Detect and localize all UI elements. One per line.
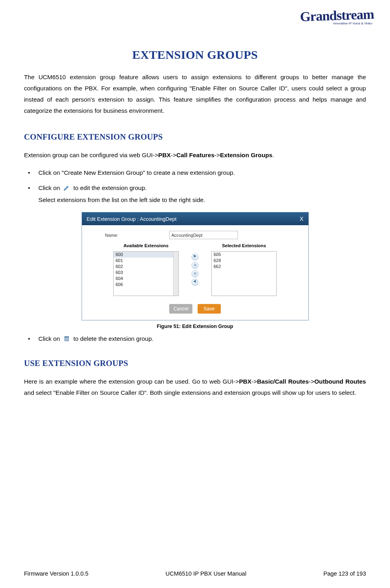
page-footer: Firmware Version 1.0.0.5 UCM6510 IP PBX … <box>24 570 366 577</box>
list-item[interactable]: 602 <box>114 264 173 270</box>
bullet-edit-suffix: to edit the extension group. <box>73 184 146 191</box>
available-extensions-listbox[interactable]: 600 601 602 603 604 606 <box>113 251 179 296</box>
footer-page: Page 123 of 193 <box>324 570 366 577</box>
selected-extensions-listbox[interactable]: 605 628 662 <box>211 251 277 296</box>
transfer-buttons: ⮞ ⊘ ⊘ ⮜ <box>192 243 198 296</box>
sep1: -> <box>171 152 176 158</box>
bullet-create: Click on "Create New Extension Group" to… <box>24 169 366 177</box>
intro-paragraph: The UCM6510 extension group feature allo… <box>24 72 366 116</box>
list-item[interactable]: 601 <box>114 258 173 264</box>
move-right-all-icon[interactable]: ⮞ <box>192 254 198 260</box>
dialog-title: Edit Extension Group : AccountingDept <box>87 216 177 222</box>
sep2: -> <box>214 152 220 158</box>
list-item[interactable]: 628 <box>212 258 276 264</box>
bullet-delete: Click on to delete the extension group. <box>24 335 366 343</box>
lead-suffix: . <box>272 152 274 158</box>
selected-extensions-header: Selected Extensions <box>222 243 266 248</box>
bullet-edit-subline: Select extensions from the list on the l… <box>38 196 366 204</box>
bullet-edit-prefix: Click on <box>38 184 62 191</box>
sep2-2: -> <box>309 378 314 385</box>
list-item[interactable]: 662 <box>212 264 276 270</box>
use-suffix: and select "Enable Filter on Source Call… <box>24 389 356 396</box>
list-item[interactable]: 605 <box>212 252 276 258</box>
use-prefix: Here is an example where the extension g… <box>24 378 239 385</box>
list-item[interactable]: 604 <box>114 276 173 282</box>
trash-delete-icon <box>63 335 70 342</box>
move-right-icon[interactable]: ⊘ <box>192 262 198 269</box>
footer-manual: UCM6510 IP PBX User Manual <box>166 570 246 577</box>
pencil-edit-icon <box>63 184 70 191</box>
path-call-features: Call Features <box>176 152 214 158</box>
bullet-edit: Click on to edit the extension group. Se… <box>24 184 366 204</box>
brand-logo: Grandstream Innovative IP Voice & Video <box>300 8 374 25</box>
page-title: EXTENSION GROUPS <box>24 48 366 62</box>
path2-pbx: PBX <box>239 378 251 385</box>
move-left-all-icon[interactable]: ⮜ <box>192 279 198 286</box>
brand-logo-text: Grandstream <box>300 7 374 24</box>
dialog-titlebar: Edit Extension Group : AccountingDept X <box>82 212 308 225</box>
svg-rect-4 <box>64 336 69 337</box>
edit-extension-group-dialog: Edit Extension Group : AccountingDept X … <box>82 212 309 320</box>
close-icon[interactable]: X <box>300 216 303 222</box>
configure-lead: Extension group can be configured via we… <box>24 150 366 161</box>
configure-heading: CONFIGURE EXTENSION GROUPS <box>24 132 366 142</box>
figure-caption: Figure 51: Edit Extension Group <box>24 324 366 329</box>
path2-basic: Basic/Call Routes <box>257 378 309 385</box>
name-input[interactable] <box>169 231 238 239</box>
list-item[interactable]: 603 <box>114 270 173 276</box>
path-pbx: PBX <box>158 152 171 158</box>
use-paragraph: Here is an example where the extension g… <box>24 376 366 398</box>
move-left-icon[interactable]: ⊘ <box>192 270 198 277</box>
bullet-delete-suffix: to delete the extension group. <box>73 335 153 342</box>
footer-firmware: Firmware Version 1.0.0.5 <box>24 570 88 577</box>
sep2-1: -> <box>252 378 257 385</box>
path-ext-groups: Extension Groups <box>220 152 272 158</box>
list-item[interactable]: 600 <box>114 252 173 258</box>
bullet-delete-prefix: Click on <box>38 335 62 342</box>
lead-prefix: Extension group can be configured via we… <box>24 152 158 158</box>
available-extensions-header: Available Extensions <box>124 243 169 248</box>
cancel-button[interactable]: Cancel <box>169 304 192 314</box>
use-heading: USE EXTENSION GROUPS <box>24 359 366 368</box>
list-item[interactable]: 606 <box>114 282 173 288</box>
scrollbar[interactable] <box>173 252 178 296</box>
path2-outbound: Outbound Routes <box>314 378 366 385</box>
save-button[interactable]: Save <box>198 304 221 314</box>
name-label: Name: <box>89 233 169 238</box>
